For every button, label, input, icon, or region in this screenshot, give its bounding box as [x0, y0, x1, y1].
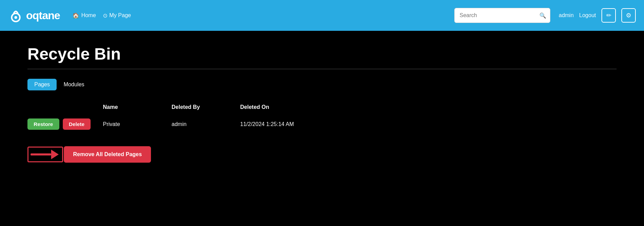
arrow-pointer [51, 150, 59, 159]
page-title: Recycle Bin [27, 45, 617, 63]
remove-all-button[interactable]: Remove All Deleted Pages [64, 146, 151, 163]
divider [27, 69, 617, 69]
nav-mypage[interactable]: ⊙ My Page [103, 12, 131, 19]
navbar: oqtane 🏠 Home ⊙ My Page 🔍 admin Logout ✏… [0, 0, 644, 31]
search-input[interactable] [454, 8, 550, 23]
col-actions [27, 104, 103, 110]
cell-deleted-on: 11/2/2024 1:25:14 AM [240, 121, 617, 127]
delete-button[interactable]: Delete [63, 118, 91, 130]
nav-home[interactable]: 🏠 Home [72, 12, 96, 19]
mypage-icon: ⊙ [103, 12, 107, 19]
remove-all-section: Remove All Deleted Pages [27, 146, 617, 163]
arrow-combined [31, 150, 59, 159]
nav-home-label: Home [81, 12, 96, 18]
home-icon: 🏠 [72, 12, 79, 19]
svg-point-1 [14, 16, 17, 19]
logout-button[interactable]: Logout [579, 12, 596, 18]
col-deleted-on: Deleted On [240, 104, 617, 110]
oqtane-logo [8, 8, 23, 23]
table-container: Name Deleted By Deleted On Restore Delet… [27, 101, 617, 133]
username-label: admin [559, 12, 574, 18]
tab-modules[interactable]: Modules [57, 79, 91, 90]
tab-pages[interactable]: Pages [27, 79, 57, 90]
table-header: Name Deleted By Deleted On [27, 101, 617, 113]
navbar-user-section: admin Logout ✏ ⚙ [559, 8, 636, 23]
nav-links: 🏠 Home ⊙ My Page [72, 12, 131, 19]
cell-name: Private [103, 121, 172, 127]
edit-icon: ✏ [606, 12, 611, 19]
arrow-indicator [27, 147, 63, 162]
col-deleted-by: Deleted By [172, 104, 240, 110]
nav-mypage-label: My Page [109, 12, 131, 18]
restore-button[interactable]: Restore [27, 118, 59, 130]
row-actions: Restore Delete [27, 118, 103, 130]
search-container: 🔍 [454, 8, 550, 23]
tabs-container: Pages Modules [27, 79, 617, 90]
arrow-shaft [31, 153, 51, 155]
brand-logo-link[interactable]: oqtane [8, 8, 60, 23]
col-name: Name [103, 104, 172, 110]
settings-icon-button[interactable]: ⚙ [621, 8, 636, 23]
cell-deleted-by: admin [172, 121, 240, 127]
edit-icon-button[interactable]: ✏ [601, 8, 616, 23]
settings-icon: ⚙ [626, 12, 631, 19]
table-row: Restore Delete Private admin 11/2/2024 1… [27, 116, 617, 133]
brand-name-text: oqtane [26, 9, 60, 22]
main-content: Recycle Bin Pages Modules Name Deleted B… [0, 31, 644, 226]
